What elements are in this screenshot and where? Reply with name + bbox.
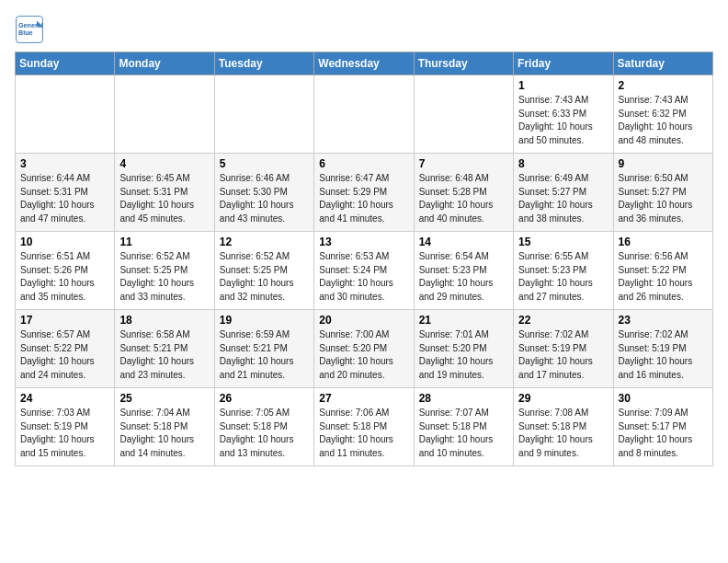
logo-icon: General Blue xyxy=(15,15,44,44)
day-cell: 19Sunrise: 6:59 AM Sunset: 5:21 PM Dayli… xyxy=(214,310,313,388)
header-cell-tuesday: Tuesday xyxy=(214,52,313,75)
day-info: Sunrise: 7:03 AM Sunset: 5:19 PM Dayligh… xyxy=(20,407,110,460)
day-info: Sunrise: 7:05 AM Sunset: 5:18 PM Dayligh… xyxy=(220,407,310,460)
day-number: 29 xyxy=(518,392,609,405)
day-cell: 8Sunrise: 6:49 AM Sunset: 5:27 PM Daylig… xyxy=(514,154,613,232)
day-info: Sunrise: 7:01 AM Sunset: 5:20 PM Dayligh… xyxy=(419,328,509,382)
day-number: 4 xyxy=(119,157,210,170)
header-cell-friday: Friday xyxy=(514,52,613,75)
day-cell xyxy=(214,75,313,154)
header-cell-wednesday: Wednesday xyxy=(314,52,414,75)
day-info: Sunrise: 7:06 AM Sunset: 5:18 PM Dayligh… xyxy=(319,407,409,460)
day-number: 12 xyxy=(220,236,310,248)
day-number: 7 xyxy=(419,157,509,170)
day-cell: 18Sunrise: 6:58 AM Sunset: 5:21 PM Dayli… xyxy=(115,310,214,388)
day-info: Sunrise: 7:04 AM Sunset: 5:18 PM Dayligh… xyxy=(119,407,210,460)
week-row-0: 1Sunrise: 7:43 AM Sunset: 6:33 PM Daylig… xyxy=(16,75,713,154)
day-info: Sunrise: 7:00 AM Sunset: 5:20 PM Dayligh… xyxy=(319,328,409,382)
day-info: Sunrise: 7:02 AM Sunset: 5:19 PM Dayligh… xyxy=(619,328,709,382)
day-cell xyxy=(16,75,115,154)
day-number: 16 xyxy=(619,236,709,248)
day-info: Sunrise: 6:52 AM Sunset: 5:25 PM Dayligh… xyxy=(220,250,310,304)
day-number: 9 xyxy=(619,157,709,170)
day-cell: 14Sunrise: 6:54 AM Sunset: 5:23 PM Dayli… xyxy=(414,232,513,310)
day-info: Sunrise: 6:48 AM Sunset: 5:28 PM Dayligh… xyxy=(419,172,509,225)
day-cell: 6Sunrise: 6:47 AM Sunset: 5:29 PM Daylig… xyxy=(314,154,414,232)
day-info: Sunrise: 7:43 AM Sunset: 6:32 PM Dayligh… xyxy=(619,94,709,147)
header: General Blue xyxy=(15,15,713,44)
header-cell-thursday: Thursday xyxy=(414,52,513,75)
day-number: 11 xyxy=(119,236,210,248)
day-info: Sunrise: 6:58 AM Sunset: 5:21 PM Dayligh… xyxy=(119,328,210,382)
day-number: 30 xyxy=(619,392,709,405)
day-cell: 15Sunrise: 6:55 AM Sunset: 5:23 PM Dayli… xyxy=(514,232,613,310)
day-info: Sunrise: 6:50 AM Sunset: 5:27 PM Dayligh… xyxy=(619,172,709,225)
day-cell: 2Sunrise: 7:43 AM Sunset: 6:32 PM Daylig… xyxy=(613,75,712,154)
day-cell: 13Sunrise: 6:53 AM Sunset: 5:24 PM Dayli… xyxy=(314,232,414,310)
day-number: 13 xyxy=(319,236,409,248)
day-cell: 9Sunrise: 6:50 AM Sunset: 5:27 PM Daylig… xyxy=(613,154,712,232)
svg-text:Blue: Blue xyxy=(18,29,33,37)
day-cell: 29Sunrise: 7:08 AM Sunset: 5:18 PM Dayli… xyxy=(514,388,613,466)
day-number: 19 xyxy=(220,314,310,327)
header-cell-monday: Monday xyxy=(115,52,214,75)
header-row: SundayMondayTuesdayWednesdayThursdayFrid… xyxy=(16,52,713,75)
day-info: Sunrise: 6:54 AM Sunset: 5:23 PM Dayligh… xyxy=(419,250,509,304)
day-cell: 27Sunrise: 7:06 AM Sunset: 5:18 PM Dayli… xyxy=(314,388,414,466)
day-number: 6 xyxy=(319,157,409,170)
day-number: 15 xyxy=(518,236,609,248)
header-cell-sunday: Sunday xyxy=(16,52,115,75)
day-number: 2 xyxy=(619,79,709,92)
day-cell: 12Sunrise: 6:52 AM Sunset: 5:25 PM Dayli… xyxy=(214,232,313,310)
day-number: 3 xyxy=(20,157,110,170)
day-info: Sunrise: 6:55 AM Sunset: 5:23 PM Dayligh… xyxy=(518,250,609,304)
day-number: 17 xyxy=(20,314,110,327)
day-info: Sunrise: 7:07 AM Sunset: 5:18 PM Dayligh… xyxy=(419,407,509,460)
day-number: 27 xyxy=(319,392,409,405)
day-info: Sunrise: 6:57 AM Sunset: 5:22 PM Dayligh… xyxy=(20,328,110,382)
day-info: Sunrise: 6:45 AM Sunset: 5:31 PM Dayligh… xyxy=(119,172,210,225)
day-info: Sunrise: 7:43 AM Sunset: 6:33 PM Dayligh… xyxy=(518,94,609,147)
day-number: 23 xyxy=(619,314,709,327)
day-cell: 26Sunrise: 7:05 AM Sunset: 5:18 PM Dayli… xyxy=(214,388,313,466)
day-cell xyxy=(115,75,214,154)
day-number: 1 xyxy=(518,79,609,92)
day-info: Sunrise: 6:44 AM Sunset: 5:31 PM Dayligh… xyxy=(20,172,110,225)
day-info: Sunrise: 6:52 AM Sunset: 5:25 PM Dayligh… xyxy=(119,250,210,304)
header-cell-saturday: Saturday xyxy=(613,52,712,75)
day-cell: 20Sunrise: 7:00 AM Sunset: 5:20 PM Dayli… xyxy=(314,310,414,388)
day-number: 8 xyxy=(518,157,609,170)
day-cell xyxy=(414,75,513,154)
day-cell: 7Sunrise: 6:48 AM Sunset: 5:28 PM Daylig… xyxy=(414,154,513,232)
day-info: Sunrise: 6:47 AM Sunset: 5:29 PM Dayligh… xyxy=(319,172,409,225)
day-cell: 25Sunrise: 7:04 AM Sunset: 5:18 PM Dayli… xyxy=(115,388,214,466)
day-number: 10 xyxy=(20,236,110,248)
day-number: 14 xyxy=(419,236,509,248)
day-info: Sunrise: 6:56 AM Sunset: 5:22 PM Dayligh… xyxy=(619,250,709,304)
day-info: Sunrise: 7:09 AM Sunset: 5:17 PM Dayligh… xyxy=(619,407,709,460)
day-number: 21 xyxy=(419,314,509,327)
day-cell xyxy=(314,75,414,154)
day-cell: 3Sunrise: 6:44 AM Sunset: 5:31 PM Daylig… xyxy=(16,154,115,232)
day-number: 24 xyxy=(20,392,110,405)
day-number: 26 xyxy=(220,392,310,405)
day-cell: 5Sunrise: 6:46 AM Sunset: 5:30 PM Daylig… xyxy=(214,154,313,232)
logo: General Blue xyxy=(15,15,48,44)
day-info: Sunrise: 6:51 AM Sunset: 5:26 PM Dayligh… xyxy=(20,250,110,304)
day-cell: 22Sunrise: 7:02 AM Sunset: 5:19 PM Dayli… xyxy=(514,310,613,388)
day-number: 22 xyxy=(518,314,609,327)
day-cell: 17Sunrise: 6:57 AM Sunset: 5:22 PM Dayli… xyxy=(16,310,115,388)
day-cell: 21Sunrise: 7:01 AM Sunset: 5:20 PM Dayli… xyxy=(414,310,513,388)
week-row-1: 3Sunrise: 6:44 AM Sunset: 5:31 PM Daylig… xyxy=(16,154,713,232)
day-info: Sunrise: 6:49 AM Sunset: 5:27 PM Dayligh… xyxy=(518,172,609,225)
day-info: Sunrise: 6:46 AM Sunset: 5:30 PM Dayligh… xyxy=(220,172,310,225)
day-number: 28 xyxy=(419,392,509,405)
calendar-table: SundayMondayTuesdayWednesdayThursdayFrid… xyxy=(15,52,713,466)
week-row-4: 24Sunrise: 7:03 AM Sunset: 5:19 PM Dayli… xyxy=(16,388,713,466)
day-cell: 28Sunrise: 7:07 AM Sunset: 5:18 PM Dayli… xyxy=(414,388,513,466)
day-cell: 10Sunrise: 6:51 AM Sunset: 5:26 PM Dayli… xyxy=(16,232,115,310)
day-info: Sunrise: 6:53 AM Sunset: 5:24 PM Dayligh… xyxy=(319,250,409,304)
day-number: 5 xyxy=(220,157,310,170)
day-cell: 23Sunrise: 7:02 AM Sunset: 5:19 PM Dayli… xyxy=(613,310,712,388)
day-info: Sunrise: 6:59 AM Sunset: 5:21 PM Dayligh… xyxy=(220,328,310,382)
